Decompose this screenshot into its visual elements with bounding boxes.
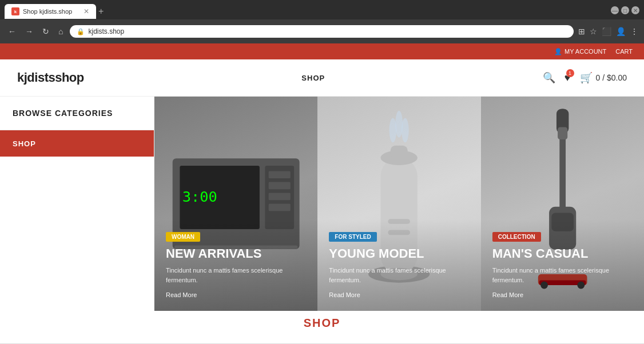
tab-title: Shop kjdists.shop (23, 8, 80, 15)
nav-shop-link[interactable]: SHOP (292, 74, 334, 82)
svg-text:3:00: 3:00 (182, 188, 217, 205)
wishlist-button[interactable]: ♥ 1 (565, 72, 571, 84)
banner-1-read-more[interactable]: Read More (166, 291, 197, 298)
top-bar: 👤 MY ACCOUNT CART (0, 43, 644, 59)
svg-rect-4 (269, 182, 291, 189)
sidebar: BROWSE CATEGORIES SHOP (0, 97, 154, 311)
banner-3-overlay: COLLECTION MAN'S CASUAL Tincidunt nunc a… (481, 219, 644, 311)
banner-1-tag: WOMAN (166, 232, 200, 242)
new-tab-button[interactable]: + (98, 6, 104, 17)
menu-icon[interactable]: ⋮ (630, 27, 638, 36)
banner-card-2[interactable]: FOR STYLED YOUNG MODEL Tincidunt nunc a … (317, 97, 480, 311)
banner-2-desc: Tincidunt nunc a mattis fames scelerisqu… (329, 266, 469, 285)
back-button[interactable]: ← (6, 26, 18, 37)
address-bar[interactable]: 🔒 kjdists.shop (70, 25, 574, 38)
star-icon[interactable]: ☆ (590, 27, 597, 36)
svg-point-15 (396, 111, 403, 138)
extensions-icon[interactable]: ⊞ (578, 27, 585, 36)
browser-chrome: k Shop kjdists.shop ✕ + — □ ✕ ← → ↻ ⌂ 🔒 … (0, 0, 644, 43)
puzzle-icon[interactable]: ⬛ (602, 27, 611, 36)
svg-rect-13 (391, 146, 408, 158)
svg-rect-6 (269, 204, 291, 211)
site-logo[interactable]: kjdistsshop (17, 70, 84, 85)
banner-3-desc: Tincidunt nunc a mattis fames scelerisqu… (492, 266, 633, 285)
header-actions: 🔍 ♥ 1 🛒 0 / $0.00 (543, 71, 627, 84)
banner-1-overlay: WOMAN NEW ARRIVALS Tincidunt nunc a matt… (154, 219, 317, 311)
banner-2-read-more[interactable]: Read More (329, 291, 360, 298)
main-content: BROWSE CATEGORIES SHOP 3:00 (0, 97, 644, 311)
banner-1-title: NEW ARRIVALS (166, 246, 306, 261)
svg-rect-5 (269, 193, 291, 200)
sidebar-shop-label: SHOP (13, 139, 36, 148)
minimize-button[interactable]: — (611, 6, 619, 14)
tab-favicon: k (11, 7, 19, 15)
tab-close-button[interactable]: ✕ (84, 7, 89, 15)
cart-count-total: 0 / $0.00 (596, 73, 627, 82)
main-nav: SHOP (84, 74, 543, 82)
below-area: SHOP (0, 311, 644, 343)
nav-shop-label: SHOP (301, 74, 325, 82)
svg-rect-3 (269, 171, 291, 178)
site-header: kjdistsshop SHOP 🔍 ♥ 1 🛒 0 / $0.00 (0, 59, 644, 97)
shop-section-heading: SHOP (0, 311, 644, 335)
cart-button[interactable]: 🛒 0 / $0.00 (580, 71, 627, 84)
browser-toolbar: ← → ↻ ⌂ 🔒 kjdists.shop ⊞ ☆ ⬛ 👤 ⋮ (0, 19, 644, 43)
my-account-label: MY ACCOUNT (565, 48, 606, 55)
refresh-button[interactable]: ↻ (40, 26, 51, 37)
cart-top-link[interactable]: CART (615, 48, 633, 55)
sidebar-shop-item[interactable]: SHOP (0, 130, 154, 157)
svg-point-16 (401, 118, 409, 143)
address-text: kjdists.shop (88, 27, 124, 35)
banner-2-title: YOUNG MODEL (329, 246, 469, 261)
banner-2-overlay: FOR STYLED YOUNG MODEL Tincidunt nunc a … (317, 219, 480, 311)
account-icon: 👤 (554, 48, 562, 55)
forward-button[interactable]: → (23, 26, 35, 37)
my-account-link[interactable]: 👤 MY ACCOUNT (554, 48, 606, 55)
banner-3-title: MAN'S CASUAL (492, 246, 633, 261)
banner-card-1[interactable]: 3:00 WOMAN NEW ARRIVALS Tincidunt nunc a… (154, 97, 317, 311)
toolbar-icons: ⊞ ☆ ⬛ 👤 ⋮ (578, 27, 638, 36)
browse-categories-title: BROWSE CATEGORIES (13, 109, 113, 118)
tab-bar: k Shop kjdists.shop ✕ + — □ ✕ (0, 0, 644, 19)
banner-card-3[interactable]: COLLECTION MAN'S CASUAL Tincidunt nunc a… (481, 97, 644, 311)
close-window-button[interactable]: ✕ (631, 6, 639, 14)
cart-top-label: CART (615, 48, 633, 55)
wishlist-badge: 1 (566, 69, 574, 77)
home-button[interactable]: ⌂ (56, 26, 65, 37)
banner-area: 3:00 WOMAN NEW ARRIVALS Tincidunt nunc a… (154, 97, 644, 311)
window-controls: — □ ✕ (611, 6, 639, 17)
banner-2-tag: FOR STYLED (329, 232, 376, 242)
banner-1-desc: Tincidunt nunc a mattis fames scelerisqu… (166, 266, 306, 285)
banner-3-read-more[interactable]: Read More (492, 291, 523, 298)
banner-3-tag: COLLECTION (492, 232, 541, 242)
browser-tab[interactable]: k Shop kjdists.shop ✕ (5, 4, 96, 19)
cart-icon: 🛒 (580, 71, 593, 84)
svg-rect-27 (558, 127, 567, 139)
maximize-button[interactable]: □ (621, 6, 629, 14)
search-button[interactable]: 🔍 (543, 71, 555, 84)
sidebar-browse-categories: BROWSE CATEGORIES (0, 97, 154, 130)
person-icon[interactable]: 👤 (616, 27, 626, 36)
